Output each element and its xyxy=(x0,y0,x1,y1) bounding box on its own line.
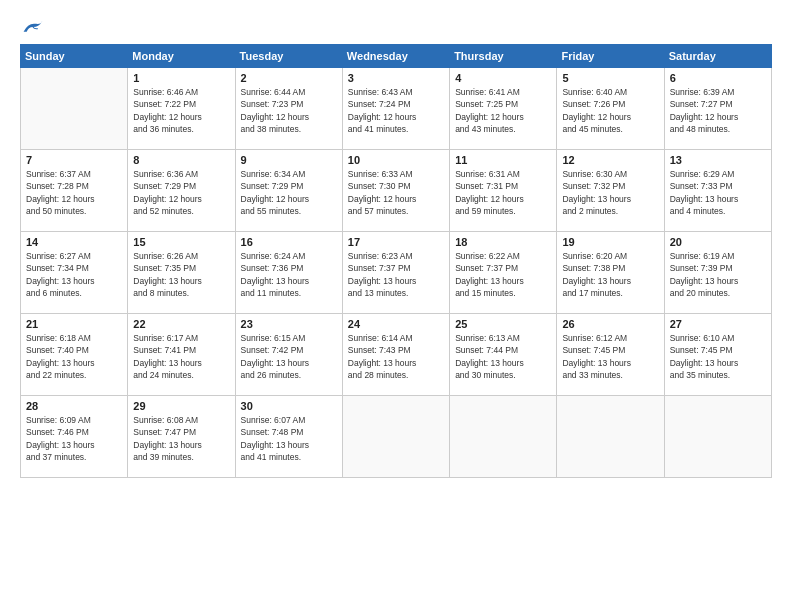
day-info: Sunrise: 6:22 AMSunset: 7:37 PMDaylight:… xyxy=(455,250,551,299)
calendar-cell: 3Sunrise: 6:43 AMSunset: 7:24 PMDaylight… xyxy=(342,68,449,150)
weekday-header-friday: Friday xyxy=(557,45,664,68)
day-number: 5 xyxy=(562,72,658,84)
day-number: 23 xyxy=(241,318,337,330)
week-row-5: 28Sunrise: 6:09 AMSunset: 7:46 PMDayligh… xyxy=(21,396,772,478)
day-number: 21 xyxy=(26,318,122,330)
weekday-header-thursday: Thursday xyxy=(450,45,557,68)
logo xyxy=(20,18,44,36)
day-info: Sunrise: 6:19 AMSunset: 7:39 PMDaylight:… xyxy=(670,250,766,299)
calendar-cell: 11Sunrise: 6:31 AMSunset: 7:31 PMDayligh… xyxy=(450,150,557,232)
day-number: 8 xyxy=(133,154,229,166)
day-number: 17 xyxy=(348,236,444,248)
day-info: Sunrise: 6:31 AMSunset: 7:31 PMDaylight:… xyxy=(455,168,551,217)
day-number: 1 xyxy=(133,72,229,84)
calendar-table: SundayMondayTuesdayWednesdayThursdayFrid… xyxy=(20,44,772,478)
day-number: 2 xyxy=(241,72,337,84)
day-info: Sunrise: 6:26 AMSunset: 7:35 PMDaylight:… xyxy=(133,250,229,299)
week-row-1: 1Sunrise: 6:46 AMSunset: 7:22 PMDaylight… xyxy=(21,68,772,150)
day-info: Sunrise: 6:18 AMSunset: 7:40 PMDaylight:… xyxy=(26,332,122,381)
day-info: Sunrise: 6:09 AMSunset: 7:46 PMDaylight:… xyxy=(26,414,122,463)
calendar-cell: 10Sunrise: 6:33 AMSunset: 7:30 PMDayligh… xyxy=(342,150,449,232)
weekday-header-monday: Monday xyxy=(128,45,235,68)
day-info: Sunrise: 6:44 AMSunset: 7:23 PMDaylight:… xyxy=(241,86,337,135)
day-number: 29 xyxy=(133,400,229,412)
day-number: 20 xyxy=(670,236,766,248)
day-number: 7 xyxy=(26,154,122,166)
weekday-header-wednesday: Wednesday xyxy=(342,45,449,68)
day-number: 28 xyxy=(26,400,122,412)
week-row-4: 21Sunrise: 6:18 AMSunset: 7:40 PMDayligh… xyxy=(21,314,772,396)
day-info: Sunrise: 6:14 AMSunset: 7:43 PMDaylight:… xyxy=(348,332,444,381)
day-info: Sunrise: 6:29 AMSunset: 7:33 PMDaylight:… xyxy=(670,168,766,217)
calendar-cell: 14Sunrise: 6:27 AMSunset: 7:34 PMDayligh… xyxy=(21,232,128,314)
day-info: Sunrise: 6:36 AMSunset: 7:29 PMDaylight:… xyxy=(133,168,229,217)
day-number: 3 xyxy=(348,72,444,84)
calendar-cell xyxy=(342,396,449,478)
day-info: Sunrise: 6:37 AMSunset: 7:28 PMDaylight:… xyxy=(26,168,122,217)
day-info: Sunrise: 6:27 AMSunset: 7:34 PMDaylight:… xyxy=(26,250,122,299)
weekday-header-tuesday: Tuesday xyxy=(235,45,342,68)
day-number: 30 xyxy=(241,400,337,412)
calendar-cell: 29Sunrise: 6:08 AMSunset: 7:47 PMDayligh… xyxy=(128,396,235,478)
day-number: 25 xyxy=(455,318,551,330)
day-number: 22 xyxy=(133,318,229,330)
calendar-cell: 24Sunrise: 6:14 AMSunset: 7:43 PMDayligh… xyxy=(342,314,449,396)
calendar-cell xyxy=(664,396,771,478)
calendar-cell: 4Sunrise: 6:41 AMSunset: 7:25 PMDaylight… xyxy=(450,68,557,150)
day-number: 4 xyxy=(455,72,551,84)
calendar-cell: 1Sunrise: 6:46 AMSunset: 7:22 PMDaylight… xyxy=(128,68,235,150)
calendar-cell: 25Sunrise: 6:13 AMSunset: 7:44 PMDayligh… xyxy=(450,314,557,396)
day-info: Sunrise: 6:10 AMSunset: 7:45 PMDaylight:… xyxy=(670,332,766,381)
day-info: Sunrise: 6:41 AMSunset: 7:25 PMDaylight:… xyxy=(455,86,551,135)
day-number: 27 xyxy=(670,318,766,330)
day-number: 19 xyxy=(562,236,658,248)
calendar-cell: 21Sunrise: 6:18 AMSunset: 7:40 PMDayligh… xyxy=(21,314,128,396)
calendar-cell: 17Sunrise: 6:23 AMSunset: 7:37 PMDayligh… xyxy=(342,232,449,314)
day-number: 13 xyxy=(670,154,766,166)
calendar-cell xyxy=(450,396,557,478)
day-number: 15 xyxy=(133,236,229,248)
calendar-cell: 12Sunrise: 6:30 AMSunset: 7:32 PMDayligh… xyxy=(557,150,664,232)
day-info: Sunrise: 6:20 AMSunset: 7:38 PMDaylight:… xyxy=(562,250,658,299)
day-info: Sunrise: 6:08 AMSunset: 7:47 PMDaylight:… xyxy=(133,414,229,463)
calendar-cell: 19Sunrise: 6:20 AMSunset: 7:38 PMDayligh… xyxy=(557,232,664,314)
day-number: 18 xyxy=(455,236,551,248)
week-row-3: 14Sunrise: 6:27 AMSunset: 7:34 PMDayligh… xyxy=(21,232,772,314)
day-number: 6 xyxy=(670,72,766,84)
day-info: Sunrise: 6:33 AMSunset: 7:30 PMDaylight:… xyxy=(348,168,444,217)
calendar-cell: 7Sunrise: 6:37 AMSunset: 7:28 PMDaylight… xyxy=(21,150,128,232)
day-number: 12 xyxy=(562,154,658,166)
calendar-cell: 20Sunrise: 6:19 AMSunset: 7:39 PMDayligh… xyxy=(664,232,771,314)
day-info: Sunrise: 6:46 AMSunset: 7:22 PMDaylight:… xyxy=(133,86,229,135)
day-info: Sunrise: 6:30 AMSunset: 7:32 PMDaylight:… xyxy=(562,168,658,217)
weekday-header-row: SundayMondayTuesdayWednesdayThursdayFrid… xyxy=(21,45,772,68)
logo-bird-icon xyxy=(22,18,44,36)
header xyxy=(20,18,772,36)
calendar-cell: 27Sunrise: 6:10 AMSunset: 7:45 PMDayligh… xyxy=(664,314,771,396)
day-number: 14 xyxy=(26,236,122,248)
day-number: 24 xyxy=(348,318,444,330)
calendar-cell: 18Sunrise: 6:22 AMSunset: 7:37 PMDayligh… xyxy=(450,232,557,314)
day-info: Sunrise: 6:24 AMSunset: 7:36 PMDaylight:… xyxy=(241,250,337,299)
calendar-cell: 22Sunrise: 6:17 AMSunset: 7:41 PMDayligh… xyxy=(128,314,235,396)
day-number: 9 xyxy=(241,154,337,166)
day-info: Sunrise: 6:12 AMSunset: 7:45 PMDaylight:… xyxy=(562,332,658,381)
day-number: 26 xyxy=(562,318,658,330)
calendar-cell xyxy=(557,396,664,478)
day-info: Sunrise: 6:23 AMSunset: 7:37 PMDaylight:… xyxy=(348,250,444,299)
day-info: Sunrise: 6:15 AMSunset: 7:42 PMDaylight:… xyxy=(241,332,337,381)
calendar-cell: 23Sunrise: 6:15 AMSunset: 7:42 PMDayligh… xyxy=(235,314,342,396)
calendar-cell: 28Sunrise: 6:09 AMSunset: 7:46 PMDayligh… xyxy=(21,396,128,478)
calendar-cell: 30Sunrise: 6:07 AMSunset: 7:48 PMDayligh… xyxy=(235,396,342,478)
day-info: Sunrise: 6:34 AMSunset: 7:29 PMDaylight:… xyxy=(241,168,337,217)
day-info: Sunrise: 6:07 AMSunset: 7:48 PMDaylight:… xyxy=(241,414,337,463)
weekday-header-saturday: Saturday xyxy=(664,45,771,68)
day-number: 16 xyxy=(241,236,337,248)
day-info: Sunrise: 6:13 AMSunset: 7:44 PMDaylight:… xyxy=(455,332,551,381)
day-number: 11 xyxy=(455,154,551,166)
weekday-header-sunday: Sunday xyxy=(21,45,128,68)
day-info: Sunrise: 6:17 AMSunset: 7:41 PMDaylight:… xyxy=(133,332,229,381)
calendar-cell: 8Sunrise: 6:36 AMSunset: 7:29 PMDaylight… xyxy=(128,150,235,232)
week-row-2: 7Sunrise: 6:37 AMSunset: 7:28 PMDaylight… xyxy=(21,150,772,232)
calendar-cell: 26Sunrise: 6:12 AMSunset: 7:45 PMDayligh… xyxy=(557,314,664,396)
